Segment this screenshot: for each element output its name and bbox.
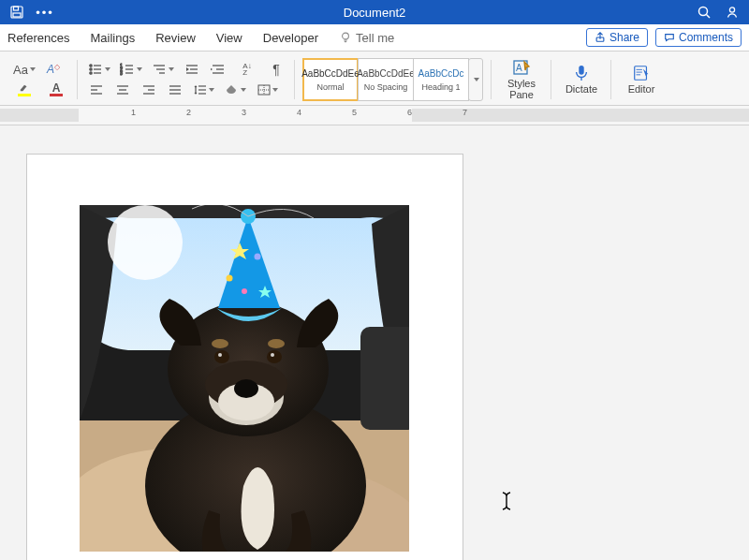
paragraph-group: 123 AZ↓ ¶ bbox=[81, 54, 292, 105]
dictate-button[interactable]: Dictate bbox=[560, 57, 603, 102]
tell-me-search[interactable]: Tell me bbox=[339, 31, 394, 45]
style-no-spacing[interactable]: AaBbCcDdEe No Spacing bbox=[358, 58, 414, 101]
tab-mailings[interactable]: Mailings bbox=[90, 27, 135, 49]
styles-pane-button[interactable]: A Styles Pane bbox=[500, 57, 543, 102]
svg-point-3 bbox=[699, 7, 708, 16]
svg-text:◇: ◇ bbox=[54, 63, 61, 71]
editor-group: Editor bbox=[614, 54, 663, 105]
ruler-number: 6 bbox=[407, 108, 412, 117]
inserted-picture[interactable] bbox=[80, 205, 409, 552]
svg-point-62 bbox=[108, 205, 183, 280]
tab-developer[interactable]: Developer bbox=[263, 27, 318, 49]
align-right-button[interactable] bbox=[139, 81, 159, 99]
increase-indent-button[interactable] bbox=[208, 60, 228, 79]
svg-rect-1 bbox=[14, 7, 19, 10]
svg-point-76 bbox=[271, 353, 274, 357]
style-normal[interactable]: AaBbCcDdEe Normal bbox=[302, 58, 359, 101]
font-group: Aa A◇ A bbox=[6, 54, 75, 105]
svg-point-81 bbox=[255, 254, 261, 260]
title-bar: ••• Document2 bbox=[0, 0, 749, 24]
svg-rect-2 bbox=[13, 13, 21, 17]
svg-marker-29 bbox=[186, 67, 189, 71]
decrease-indent-button[interactable] bbox=[182, 60, 202, 79]
ruler-number: 5 bbox=[352, 108, 357, 117]
highlight-color-button[interactable] bbox=[11, 81, 37, 99]
document-page[interactable] bbox=[26, 154, 463, 560]
document-title: Document2 bbox=[0, 6, 749, 20]
numbering-button[interactable]: 123 bbox=[118, 60, 144, 79]
editor-button[interactable]: Editor bbox=[620, 57, 663, 102]
svg-point-16 bbox=[90, 72, 92, 74]
tab-view[interactable]: View bbox=[216, 27, 242, 49]
account-icon[interactable] bbox=[725, 5, 740, 20]
lightbulb-icon bbox=[339, 31, 352, 44]
shading-button[interactable] bbox=[223, 81, 249, 99]
styles-more-button[interactable] bbox=[468, 58, 483, 101]
align-left-button[interactable] bbox=[86, 81, 107, 99]
style-heading-1[interactable]: AaBbCcDc Heading 1 bbox=[413, 58, 469, 101]
comments-button[interactable]: Comments bbox=[655, 28, 742, 47]
font-color-button[interactable]: A bbox=[43, 81, 69, 99]
svg-point-73 bbox=[214, 350, 229, 363]
dictate-group: Dictate bbox=[554, 54, 609, 105]
ruler-number: 7 bbox=[463, 108, 467, 117]
svg-point-12 bbox=[90, 65, 92, 66]
share-label: Share bbox=[609, 31, 639, 44]
styles-group: AaBbCcDdEe Normal AaBbCcDdEe No Spacing … bbox=[298, 54, 489, 105]
ribbon-tabs: References Mailings Review View Develope… bbox=[0, 24, 749, 52]
font-color-swatch bbox=[50, 94, 63, 96]
tab-references[interactable]: References bbox=[7, 27, 69, 49]
ribbon: Aa A◇ A 123 bbox=[0, 52, 749, 106]
svg-point-80 bbox=[227, 275, 233, 282]
ruler-number: 2 bbox=[186, 108, 191, 117]
bullets-button[interactable] bbox=[86, 60, 112, 79]
tell-me-label: Tell me bbox=[356, 31, 394, 45]
svg-point-78 bbox=[268, 339, 285, 348]
comments-label: Comments bbox=[679, 31, 733, 44]
search-icon[interactable] bbox=[697, 5, 712, 20]
multilevel-list-button[interactable] bbox=[150, 60, 176, 79]
ruler-number: 4 bbox=[297, 108, 301, 117]
comment-icon bbox=[664, 32, 675, 43]
svg-point-72 bbox=[234, 379, 258, 398]
ruler-number: 1 bbox=[131, 108, 136, 117]
svg-line-4 bbox=[707, 15, 711, 19]
svg-point-5 bbox=[729, 7, 734, 12]
svg-point-75 bbox=[218, 353, 222, 357]
document-canvas[interactable] bbox=[0, 125, 749, 560]
more-icon[interactable]: ••• bbox=[37, 5, 52, 20]
highlight-swatch bbox=[18, 94, 31, 96]
svg-point-82 bbox=[242, 288, 247, 294]
svg-point-77 bbox=[212, 339, 228, 348]
svg-point-14 bbox=[90, 68, 92, 70]
save-icon[interactable] bbox=[9, 5, 24, 20]
svg-marker-33 bbox=[211, 67, 213, 71]
line-spacing-button[interactable] bbox=[191, 81, 217, 99]
tab-review[interactable]: Review bbox=[155, 27, 196, 49]
styles-pane-group: A Styles Pane bbox=[494, 54, 549, 105]
text-cursor-icon bbox=[500, 491, 513, 516]
align-center-button[interactable] bbox=[112, 81, 133, 99]
show-marks-button[interactable]: ¶ bbox=[266, 60, 286, 79]
svg-point-6 bbox=[343, 33, 349, 39]
borders-button[interactable] bbox=[255, 81, 281, 99]
svg-text:A: A bbox=[46, 63, 54, 76]
svg-text:3: 3 bbox=[120, 70, 123, 76]
svg-text:A: A bbox=[516, 63, 522, 73]
svg-point-74 bbox=[267, 350, 282, 363]
ruler-number: 3 bbox=[242, 108, 246, 117]
justify-button[interactable] bbox=[165, 81, 185, 99]
share-button[interactable]: Share bbox=[586, 28, 648, 47]
sort-button[interactable]: AZ↓ bbox=[234, 60, 260, 79]
svg-rect-55 bbox=[579, 66, 583, 75]
clear-formatting-button[interactable]: A◇ bbox=[43, 60, 64, 79]
svg-rect-66 bbox=[360, 327, 409, 430]
horizontal-ruler[interactable]: 1234567 bbox=[0, 106, 749, 125]
change-case-button[interactable]: Aa bbox=[11, 60, 37, 79]
share-icon bbox=[595, 32, 606, 43]
